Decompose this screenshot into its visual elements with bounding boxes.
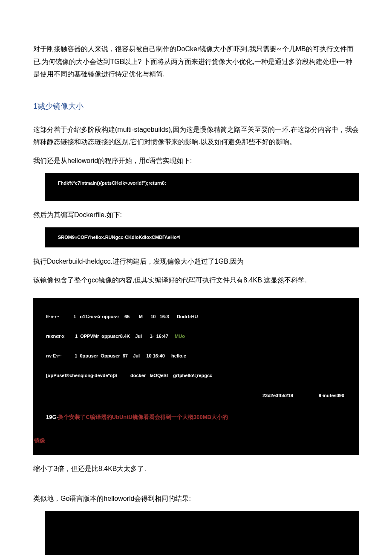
p-build-result: 执行Dockerbuild-theldgcc.进行构建后，发现偏像大小超过了1G… [33,255,359,268]
ls-line-4: [αpPusef®chenqiong·devdeºo]S docker IaOQ… [46,372,346,379]
ls-line-3: rw·E·r·· 1 0ppuser Oppuser 67 JuI 10 16:… [46,353,346,359]
p-shrink-3x: 缩小了3倍，但还是比8.4KB大太多了. [33,462,359,475]
ls-line-1: E·n·r·· 1 o11>us<r oppus·r 65 M 10 16:3 … [46,314,346,320]
ls-line-6: 19G·换个安装了C编译器的UbUntU镜像看看会得到一个大概300MB大小的 [46,412,346,423]
intro-paragraph: 对于刚接触容器的人来说，很容易被自己制作的DoCker镜像大小所吓到,我只需要∽… [33,43,359,81]
p-dockerfile: 然后为其编写Dockerfile.如下: [33,209,359,221]
red-text-1: 换个安装了C编译器的UbUntU镜像看看会得到一个大概300MB大小的 [58,414,228,420]
ls-line-5: 23d2e3fb52199·inutes090 [46,392,346,399]
p-multistage-intro: 这部分着于介绍多阶段构建(multi-stagebuilds),因为这是慢像精简… [33,123,359,148]
ls-green-text: MUo [175,334,185,339]
go-line-1: pad0|9ºm3in [58,553,346,555]
red-text-2: 镜像 [34,436,346,446]
code-dockerfile: SROM9«COFYhellox.RUNgcc-CKdIoKdIoxCMDΓΛe… [45,227,359,247]
ls-line-2: rκxnαr·x 1 OPPVMr αppuscr8.4K JuI 1· 16:… [46,333,346,340]
code-c-helloworld: Γhdk%ºc7intmain(){putsCHelk>.world!");re… [45,173,359,201]
heading-reduce-image-size: 1减少镜像大小 [33,101,359,111]
code-ls-output: E·n·r·· 1 o11>us<r oppus·r 65 M 10 16:3 … [33,298,359,455]
p-size-analysis: 该镜像包含了整个gcc镜像的内容,但其实编译好的代码可执行文件只有8.4KB,这… [33,274,359,287]
p-helloworld-c: 我们还是从helloworid的程序开始，用c语营实现如下: [33,154,359,167]
p-go-version: 类似地，Go语言版本的helloworld会得到相同的结果: [33,492,359,505]
code-go-helloworld: pad0|9ºm3in import•fmΓ [45,511,359,555]
